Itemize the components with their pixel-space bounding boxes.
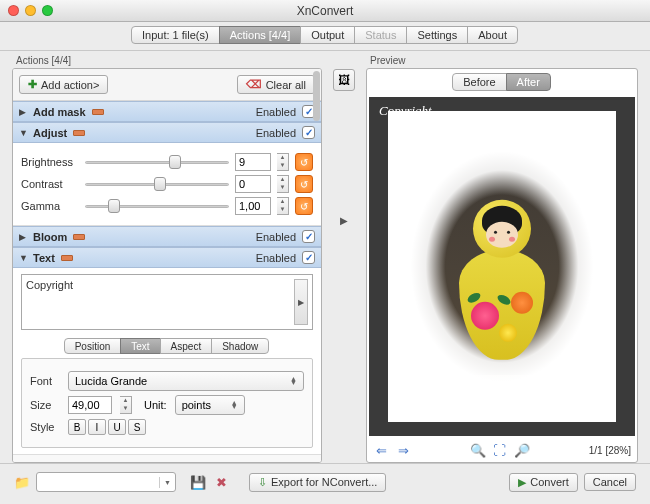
size-field[interactable]: 49,00	[68, 396, 112, 414]
clear-all-label: Clear all	[266, 79, 306, 91]
strike-button[interactable]: S	[128, 419, 146, 435]
preset-dropdown[interactable]: ▼	[36, 472, 176, 492]
actions-list: ▶ Add mask Enabled ✓ ▼ Adjust Enabled ✓	[13, 101, 321, 462]
preview-image: Copyright	[369, 97, 635, 436]
prev-image-button[interactable]: ⇐	[373, 442, 389, 458]
italic-button[interactable]: I	[88, 419, 106, 435]
action-name: Bloom	[33, 231, 67, 243]
subtab-text[interactable]: Text	[120, 338, 160, 354]
expand-text-button[interactable]: ▶	[294, 279, 308, 325]
before-button[interactable]: Before	[452, 73, 506, 91]
remove-action-icon[interactable]	[61, 255, 73, 261]
tab-output[interactable]: Output	[300, 26, 355, 44]
copyright-overlay: Copyright	[379, 103, 432, 119]
gamma-reset-button[interactable]: ↺	[295, 197, 313, 215]
tab-actions[interactable]: Actions [4/4]	[219, 26, 302, 44]
zoom-out-button[interactable]: 🔎	[514, 442, 530, 458]
zoom-in-button[interactable]: 🔍	[470, 442, 486, 458]
enabled-checkbox[interactable]: ✓	[302, 230, 315, 243]
contrast-slider[interactable]	[85, 177, 229, 191]
window-title: XnConvert	[0, 4, 650, 18]
brightness-stepper[interactable]: ▲▼	[277, 153, 289, 171]
after-button[interactable]: After	[506, 73, 551, 91]
tab-settings[interactable]: Settings	[406, 26, 468, 44]
middle-column: 🖼 ▶	[330, 55, 358, 463]
fit-button[interactable]: ⛶	[492, 442, 508, 458]
enabled-checkbox[interactable]: ✓	[302, 251, 315, 264]
disclosure-icon[interactable]: ▶	[19, 107, 27, 117]
preview-content	[459, 199, 545, 359]
action-bloom-header[interactable]: ▶ Bloom Enabled ✓	[13, 226, 321, 247]
chevron-updown-icon: ▲▼	[231, 401, 238, 409]
export-label: Export for NConvert...	[271, 476, 377, 488]
font-value: Lucida Grande	[75, 375, 147, 387]
bold-button[interactable]: B	[68, 419, 86, 435]
convert-button[interactable]: ▶ Convert	[509, 473, 578, 492]
text-input[interactable]: Copyright	[26, 279, 292, 325]
next-image-button[interactable]: ⇒	[395, 442, 411, 458]
action-name: Add mask	[33, 106, 86, 118]
titlebar: XnConvert	[0, 0, 650, 22]
export-icon: ⇩	[258, 476, 267, 489]
export-button[interactable]: ⇩ Export for NConvert...	[249, 473, 386, 492]
expand-arrow-icon[interactable]: ▶	[340, 215, 348, 226]
gamma-label: Gamma	[21, 200, 79, 212]
size-label: Size	[30, 399, 60, 411]
before-after-segment: Before After	[367, 69, 637, 95]
unit-select[interactable]: points ▲▼	[175, 395, 245, 415]
action-text-header[interactable]: ▼ Text Enabled ✓	[13, 247, 321, 268]
enabled-checkbox[interactable]: ✓	[302, 126, 315, 139]
text-body: Copyright ▶ Position Text Aspect Shadow …	[13, 268, 321, 455]
cancel-label: Cancel	[593, 476, 627, 488]
add-action-button[interactable]: ✚ Add action>	[19, 75, 108, 94]
brightness-reset-button[interactable]: ↺	[295, 153, 313, 171]
main-tabs: Input: 1 file(s) Actions [4/4] Output St…	[0, 22, 650, 51]
enabled-label: Enabled	[256, 127, 296, 139]
brightness-slider[interactable]	[85, 155, 229, 169]
gamma-field[interactable]: 1,00	[235, 197, 271, 215]
font-select[interactable]: Lucida Grande ▲▼	[68, 371, 304, 391]
subtab-aspect[interactable]: Aspect	[160, 338, 213, 354]
actions-section-label: Actions [4/4]	[12, 55, 322, 68]
remove-action-icon[interactable]	[92, 109, 104, 115]
size-stepper[interactable]: ▲▼	[120, 396, 132, 414]
remove-action-icon[interactable]	[73, 130, 85, 136]
tab-status[interactable]: Status	[354, 26, 407, 44]
gamma-stepper[interactable]: ▲▼	[277, 197, 289, 215]
preview-counter: 1/1 [28%]	[589, 445, 631, 456]
enabled-label: Enabled	[256, 231, 296, 243]
text-content-area: Copyright ▶	[21, 274, 313, 330]
clear-all-button[interactable]: ⌫ Clear all	[237, 75, 315, 94]
action-adjust-header[interactable]: ▼ Adjust Enabled ✓	[13, 122, 321, 143]
brightness-label: Brightness	[21, 156, 79, 168]
tab-about[interactable]: About	[467, 26, 518, 44]
subtab-shadow[interactable]: Shadow	[211, 338, 269, 354]
preset-folder-icon: 📁	[14, 475, 30, 490]
disclosure-icon[interactable]: ▼	[19, 253, 27, 263]
action-add-mask-header[interactable]: ▶ Add mask Enabled ✓	[13, 101, 321, 122]
tab-input[interactable]: Input: 1 file(s)	[131, 26, 220, 44]
delete-preset-icon[interactable]: ✖	[216, 475, 227, 490]
unit-label: Unit:	[144, 399, 167, 411]
underline-button[interactable]: U	[108, 419, 126, 435]
enabled-label: Enabled	[256, 252, 296, 264]
cancel-button[interactable]: Cancel	[584, 473, 636, 491]
action-name: Adjust	[33, 127, 67, 139]
contrast-stepper[interactable]: ▲▼	[277, 175, 289, 193]
disclosure-icon[interactable]: ▼	[19, 128, 27, 138]
scrollbar-thumb[interactable]	[313, 71, 320, 121]
save-preset-icon[interactable]: 💾	[190, 475, 206, 490]
font-panel: Font Lucida Grande ▲▼ Size 49,00 ▲▼ Unit…	[21, 358, 313, 448]
footer: 📁 ▼ 💾 ✖ ⇩ Export for NConvert... ▶ Conve…	[0, 463, 650, 500]
refresh-preview-button[interactable]: 🖼	[333, 69, 355, 91]
brightness-field[interactable]: 9	[235, 153, 271, 171]
disclosure-icon[interactable]: ▶	[19, 232, 27, 242]
adjust-body: Brightness 9 ▲▼ ↺ Contrast 0 ▲▼ ↺	[13, 143, 321, 226]
gamma-slider[interactable]	[85, 199, 229, 213]
text-subtabs: Position Text Aspect Shadow	[21, 338, 313, 354]
subtab-position[interactable]: Position	[64, 338, 122, 354]
contrast-reset-button[interactable]: ↺	[295, 175, 313, 193]
contrast-field[interactable]: 0	[235, 175, 271, 193]
remove-action-icon[interactable]	[73, 234, 85, 240]
add-action-label: Add action>	[41, 79, 99, 91]
